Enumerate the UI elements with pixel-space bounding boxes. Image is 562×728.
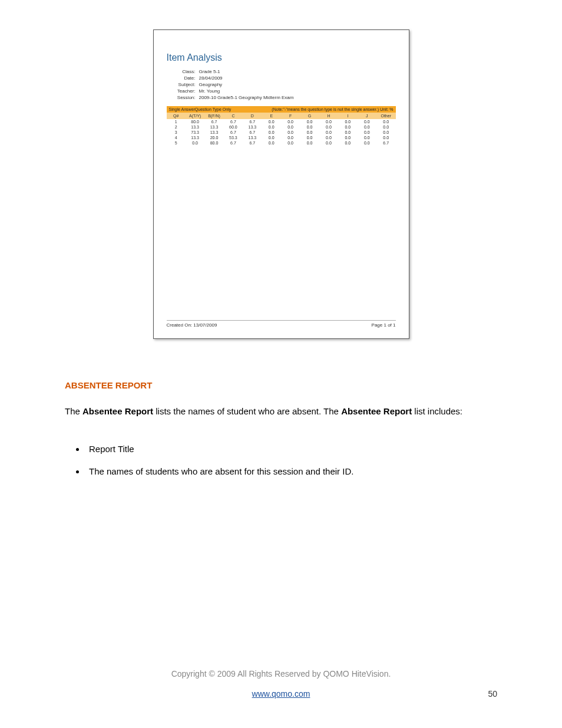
table-cell: 0.0 [281, 119, 300, 124]
absentee-paragraph: The Absentee Report lists the names of s… [65, 405, 497, 419]
footer-url-line: www.qomo.com 50 [65, 689, 497, 699]
column-header: B(F/N) [204, 113, 223, 119]
bold-text: Absentee Report [341, 406, 412, 416]
table-cell: 0.0 [358, 124, 376, 130]
table-cell: 0.0 [281, 124, 300, 130]
table-cell: 0.0 [319, 119, 338, 124]
table-cell: 13.3 [186, 124, 204, 130]
table-cell: 0.0 [262, 124, 281, 130]
table-cell: 6.7 [243, 140, 262, 146]
table-cell: 0.0 [338, 135, 357, 140]
table-cell: 0.0 [319, 130, 338, 135]
column-header: G [300, 113, 319, 119]
meta-subject: Subject: Geography [167, 82, 396, 87]
table-cell: 0.0 [358, 135, 376, 140]
meta-label: Class: [167, 69, 199, 74]
meta-session: Session: 2009-10 Grade5-1 Geography Midt… [167, 95, 396, 100]
table-cell: 6.7 [243, 130, 262, 135]
page-of: Page 1 of 1 [372, 322, 396, 328]
table-cell: 60.0 [224, 124, 243, 130]
list-item: The names of students who are absent for… [85, 465, 497, 479]
table-row: 213.313.360.013.30.00.00.00.00.00.00.0 [167, 124, 396, 130]
table-cell: 6.7 [224, 119, 243, 124]
column-header: I [338, 113, 357, 119]
meta-label: Subject: [167, 82, 199, 87]
table-row: 50.080.06.76.70.00.00.00.00.00.06.7 [167, 140, 396, 146]
table-cell: 0.0 [281, 140, 300, 146]
table-cell: 6.7 [376, 140, 396, 146]
meta-value: Mr. Young [199, 88, 220, 94]
meta-value: Geography [199, 82, 223, 87]
table-cell: 80.0 [186, 119, 204, 124]
table-cell: 5 [167, 140, 186, 146]
table-cell: 0.0 [262, 119, 281, 124]
meta-label: Session: [167, 95, 199, 100]
meta-value: 2009-10 Grade5-1 Geography Midterm Exam [199, 95, 294, 100]
table-head-right: (Note:"-"means the question type is not … [272, 107, 393, 111]
table-cell: 0.0 [338, 140, 357, 146]
meta-teacher: Teacher: Mr. Young [167, 88, 396, 94]
table-cell: 0.0 [300, 130, 319, 135]
meta-value: Grade 5-1 [199, 69, 220, 74]
meta-value: 28/04/2009 [199, 75, 223, 81]
text: lists the names of student who are absen… [153, 406, 341, 416]
table-cell: 0.0 [319, 140, 338, 146]
section-heading-absentee: ABSENTEE REPORT [65, 380, 497, 390]
column-header: J [358, 113, 376, 119]
table-head-left: Single AnswerQuestion Type Only [169, 107, 232, 111]
table-cell: 0.0 [300, 135, 319, 140]
table-cell: 0.0 [338, 130, 357, 135]
item-analysis-table: Q#A(T/Y)B(F/N)CDEFGHIJOther 180.06.76.76… [167, 113, 396, 146]
bold-text: Absentee Report [82, 406, 153, 416]
table-cell: 0.0 [358, 140, 376, 146]
table-cell: 0.0 [186, 140, 204, 146]
item-analysis-report: Item Analysis Class: Grade 5-1 Date: 28/… [153, 29, 409, 339]
table-cell: 0.0 [376, 119, 396, 124]
table-cell: 6.7 [224, 130, 243, 135]
column-header: Q# [167, 113, 186, 119]
column-header: A(T/Y) [186, 113, 204, 119]
table-cell: 13.3 [243, 124, 262, 130]
table-cell: 6.7 [243, 119, 262, 124]
report-whitespace [167, 146, 396, 317]
table-cell: 53.3 [224, 135, 243, 140]
table-cell: 3 [167, 130, 186, 135]
copyright-text: Copyright © 2009 All Rights Reserved by … [65, 669, 497, 678]
table-cell: 0.0 [319, 124, 338, 130]
column-header: Other [376, 113, 396, 119]
meta-label: Teacher: [167, 88, 199, 94]
table-cell: 0.0 [262, 140, 281, 146]
report-footer: Created On: 13/07/2009 Page 1 of 1 [167, 320, 396, 328]
table-cell: 0.0 [281, 135, 300, 140]
table-cell: 0.0 [376, 130, 396, 135]
table-cell: 0.0 [376, 124, 396, 130]
qomo-link[interactable]: www.qomo.com [252, 689, 310, 699]
table-cell: 13.3 [243, 135, 262, 140]
table-cell: 80.0 [204, 140, 223, 146]
page-number: 50 [488, 689, 497, 699]
text: The [65, 406, 82, 416]
table-cell: 0.0 [300, 124, 319, 130]
text: list includes: [412, 406, 462, 416]
table-cell: 6.7 [204, 119, 223, 124]
table-cell: 13.3 [204, 130, 223, 135]
table-cell: 1 [167, 119, 186, 124]
table-cell: 0.0 [262, 130, 281, 135]
table-cell: 0.0 [281, 130, 300, 135]
page-footer: Copyright © 2009 All Rights Reserved by … [65, 669, 497, 699]
column-header: F [281, 113, 300, 119]
table-row: 413.320.053.313.30.00.00.00.00.00.00.0 [167, 135, 396, 140]
column-header: D [243, 113, 262, 119]
table-cell: 0.0 [319, 135, 338, 140]
created-on: Created On: 13/07/2009 [167, 322, 217, 328]
bullet-list: Report Title The names of students who a… [85, 442, 497, 479]
report-title: Item Analysis [167, 52, 396, 63]
table-cell: 20.0 [204, 135, 223, 140]
column-header: C [224, 113, 243, 119]
table-cell: 0.0 [376, 135, 396, 140]
table-heading-bar: Single AnswerQuestion Type Only (Note:"-… [167, 106, 396, 113]
meta-class: Class: Grade 5-1 [167, 69, 396, 74]
table-cell: 6.7 [224, 140, 243, 146]
table-cell: 73.3 [186, 130, 204, 135]
table-cell: 2 [167, 124, 186, 130]
